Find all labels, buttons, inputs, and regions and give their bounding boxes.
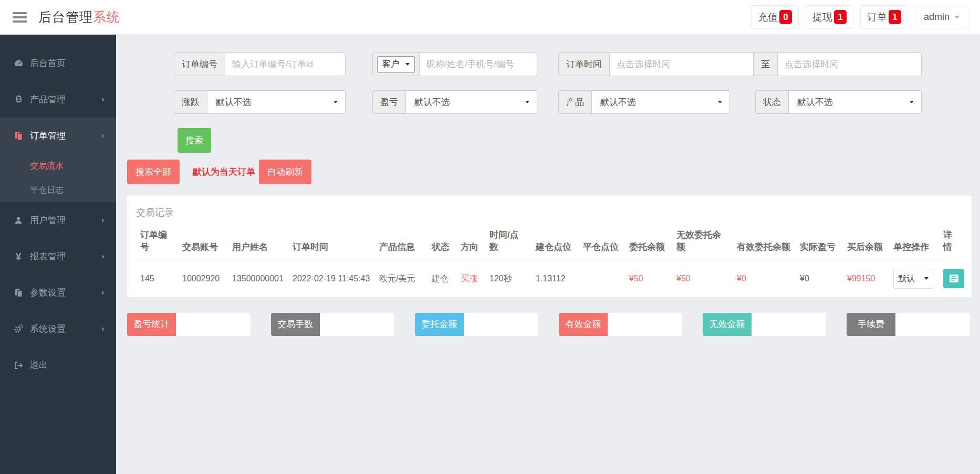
withdraw-count-badge: 1 xyxy=(834,10,847,24)
cell-user-name: 13500000001 xyxy=(228,260,288,297)
cell-direction: 买涨 xyxy=(456,260,485,297)
withdraw-badge-button[interactable]: 提现 1 xyxy=(806,5,853,29)
col-status: 状态 xyxy=(428,227,456,260)
app-title-main: 后台管理 xyxy=(38,9,93,24)
search-button[interactable]: 搜索 xyxy=(178,128,211,153)
orders-count-badge: 1 xyxy=(889,10,901,24)
col-detail: 详情 xyxy=(939,227,963,260)
stat-label: 交易手数 xyxy=(271,313,320,336)
stats-row: 盈亏统计 交易手数 委托金额 有效金额 无效金额 手续费 xyxy=(127,313,972,336)
chevron-right-icon xyxy=(102,291,105,295)
cell-account: 10002920 xyxy=(178,260,228,297)
sidebar-item-label: 退出 xyxy=(30,359,48,371)
user-menu[interactable]: admin xyxy=(915,5,968,29)
sidebar-item-label: 参数设置 xyxy=(30,287,66,299)
sidebar-item-logout[interactable]: 退出 xyxy=(0,347,116,383)
bitcoin-icon xyxy=(13,94,24,104)
hamburger-menu-icon[interactable] xyxy=(11,10,29,25)
detail-button[interactable] xyxy=(943,269,964,288)
order-no-filter-group: 订单编号 xyxy=(174,52,346,76)
stat-fee: 手续费 xyxy=(847,313,970,336)
sidebar-item-label: 报表管理 xyxy=(30,250,66,262)
orders-badge-button[interactable]: 订单 1 xyxy=(860,5,908,29)
profit-select-value: 默认不选 xyxy=(414,96,450,108)
cell-status: 建仓 xyxy=(428,260,456,297)
time-start-input[interactable] xyxy=(610,52,754,76)
sidebar-subitem-transaction-flow[interactable]: 交易流水 xyxy=(0,154,116,178)
product-label: 产品 xyxy=(558,90,592,114)
col-user-name: 用户姓名 xyxy=(228,227,288,260)
col-account: 交易账号 xyxy=(178,227,228,260)
updown-filter-group: 涨跌 默认不选 xyxy=(174,90,346,114)
stat-label: 无效金额 xyxy=(703,313,752,336)
col-actual-profit: 实际盈亏 xyxy=(796,227,843,260)
stat-label: 手续费 xyxy=(847,313,895,336)
recharge-count-badge: 0 xyxy=(779,10,792,24)
sidebar-item-system-settings[interactable]: 系统设置 xyxy=(0,311,116,347)
stat-valid-amount-value xyxy=(608,313,682,336)
profit-select[interactable]: 默认不选 xyxy=(406,90,537,114)
stat-invalid-amount-value xyxy=(752,313,826,336)
auto-refresh-button[interactable]: 自动刷新 xyxy=(259,160,311,184)
table-header-row: 订单编号 交易账号 用户姓名 订单时间 产品信息 状态 方向 时间/点数 建仓点… xyxy=(136,227,963,260)
order-no-label: 订单编号 xyxy=(174,52,225,76)
sidebar-item-label: 产品管理 xyxy=(30,93,66,106)
time-end-input[interactable] xyxy=(778,52,922,76)
sidebar-item-users[interactable]: 用户管理 xyxy=(0,202,116,238)
cell-order-time: 2022-02-19 11:45:43 xyxy=(288,260,375,297)
sidebar-item-parameters[interactable]: 参数设置 xyxy=(0,275,116,311)
orders-label: 订单 xyxy=(867,10,887,24)
customer-type-value: 客户 xyxy=(382,59,399,70)
stat-trade-lots-value xyxy=(320,313,394,336)
sidebar: 后台首页 产品管理 订单管理 交易流水 平仓日志 xyxy=(0,35,116,474)
sidebar-item-order-management[interactable]: 订单管理 xyxy=(0,118,116,154)
sidebar-item-reports[interactable]: ¥ 报表管理 xyxy=(0,238,116,275)
customer-select-addon: 客户 xyxy=(372,52,420,76)
sidebar-item-label: 用户管理 xyxy=(30,214,66,226)
col-direction: 方向 xyxy=(456,227,485,260)
col-order-time: 订单时间 xyxy=(288,227,375,260)
sidebar-item-dashboard[interactable]: 后台首页 xyxy=(0,45,116,81)
chevron-down-icon xyxy=(718,101,722,103)
sidebar-subitem-close-log[interactable]: 平仓日志 xyxy=(0,178,116,202)
updown-label: 涨跌 xyxy=(174,90,207,114)
order-control-select[interactable]: 默认 xyxy=(893,269,933,289)
product-filter-group: 产品 默认不选 xyxy=(558,90,730,114)
recharge-label: 充值 xyxy=(758,10,778,24)
order-no-input[interactable] xyxy=(225,52,346,76)
product-select[interactable]: 默认不选 xyxy=(592,90,730,114)
customer-type-select[interactable]: 客户 xyxy=(377,56,415,73)
search-filters: 订单编号 客户 订单时间 至 xyxy=(174,52,972,114)
updown-select[interactable]: 默认不选 xyxy=(207,90,346,114)
panel-title: 交易记录 xyxy=(127,196,972,227)
status-filter-group: 状态 默认不选 xyxy=(755,90,922,114)
col-product: 产品信息 xyxy=(375,227,428,260)
dashboard-icon xyxy=(13,58,24,68)
stat-label: 有效金额 xyxy=(559,313,608,336)
stat-invalid-amount: 无效金额 xyxy=(703,313,826,336)
product-select-value: 默认不选 xyxy=(600,96,636,108)
chevron-right-icon xyxy=(102,218,105,223)
stat-label: 委托金额 xyxy=(415,313,464,336)
default-today-note: 默认为当天订单 xyxy=(193,166,255,178)
status-label: 状态 xyxy=(755,90,789,114)
col-balance-after: 买后余额 xyxy=(843,227,889,260)
chevron-right-icon xyxy=(102,134,105,138)
yen-icon: ¥ xyxy=(13,251,24,262)
stat-valid-amount: 有效金额 xyxy=(559,313,682,336)
status-select-value: 默认不选 xyxy=(797,96,833,108)
profit-filter-group: 盈亏 默认不选 xyxy=(372,90,537,114)
cell-product: 欧元/美元 xyxy=(375,260,428,297)
updown-select-value: 默认不选 xyxy=(216,96,252,108)
col-order-no: 订单编号 xyxy=(136,227,178,260)
search-all-button[interactable]: 搜索全部 xyxy=(127,160,180,184)
cell-detail xyxy=(939,260,963,297)
recharge-badge-button[interactable]: 充值 0 xyxy=(751,5,799,29)
customer-search-input[interactable] xyxy=(420,52,537,76)
chevron-down-icon xyxy=(333,101,338,103)
sidebar-subitem-label: 平仓日志 xyxy=(30,185,64,196)
col-close-point: 平仓点位 xyxy=(579,227,625,260)
status-select[interactable]: 默认不选 xyxy=(789,90,922,114)
sidebar-item-products[interactable]: 产品管理 xyxy=(0,81,116,118)
chevron-down-icon xyxy=(924,277,929,280)
